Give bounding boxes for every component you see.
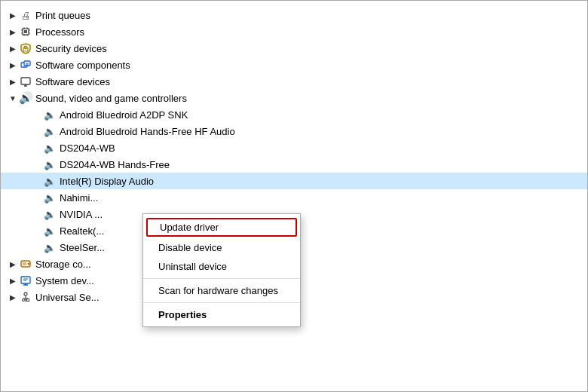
svg-rect-1	[24, 30, 27, 33]
label-nvidia: NVIDIA ...	[60, 209, 103, 220]
label-ds204a-wb: DS204A-WB	[60, 142, 115, 154]
audio-icon-ds204a-hf: 🔈	[43, 158, 57, 171]
svg-rect-16	[21, 78, 30, 84]
chevron-security-devices: ▶	[7, 44, 19, 53]
label-universal-serial: Universal Se...	[35, 292, 100, 303]
tree-item-ds204a-wb[interactable]: 🔈 DS204A-WB	[1, 139, 587, 156]
tree-item-intel-display-audio[interactable]: 🔈 Intel(R) Display Audio	[1, 173, 587, 189]
svg-point-31	[23, 299, 25, 302]
svg-point-20	[28, 263, 30, 265]
tree-item-software-devices[interactable]: ▶ Software devices	[1, 73, 587, 90]
label-android-hf: Android Bluedroid Hands-Free HF Audio	[60, 126, 235, 137]
context-menu-separator-1	[143, 278, 300, 279]
audio-icon-a2dp: 🔈	[43, 108, 57, 121]
label-security-devices: Security devices	[35, 43, 107, 54]
context-menu-scan-hardware[interactable]: Scan for hardware changes	[143, 281, 300, 300]
context-menu-disable-device[interactable]: Disable device	[143, 238, 300, 257]
tree-item-sound-video[interactable]: ▼ 🔊 Sound, video and game controllers	[1, 90, 587, 106]
tree-item-print-queues[interactable]: ▶ 🖨 Print queues	[1, 7, 587, 23]
label-nahimic: Nahimi...	[60, 192, 98, 204]
chevron-processors: ▶	[7, 28, 19, 36]
label-realtek: Realtek(...	[60, 225, 104, 237]
context-menu-properties[interactable]: Properties	[143, 305, 300, 324]
tree-item-security-devices[interactable]: ▶ Security devices	[1, 40, 587, 57]
chevron-universal-serial: ▶	[7, 293, 19, 302]
tree-item-nahimic[interactable]: 🔈 Nahimi...	[1, 189, 587, 206]
label-processors: Processors	[35, 26, 84, 38]
sound-icon: 🔊	[19, 91, 32, 105]
system-icon	[19, 274, 32, 287]
audio-icon-ds204a: 🔈	[43, 141, 57, 155]
audio-icon-steelseries: 🔈	[43, 240, 57, 254]
label-android-a2dp: Android Bluedroid A2DP SNK	[60, 109, 188, 121]
tree-item-ds204a-wb-hf[interactable]: 🔈 DS204A-WB Hands-Free	[1, 156, 587, 173]
tree-item-android-hf[interactable]: 🔈 Android Bluedroid Hands-Free HF Audio	[1, 123, 587, 139]
label-intel-display-audio: Intel(R) Display Audio	[60, 176, 154, 187]
universal-icon	[19, 290, 32, 304]
printer-icon: 🖨	[19, 8, 32, 22]
audio-icon-intel: 🔈	[43, 174, 57, 188]
tree-item-processors[interactable]: ▶ Processors	[1, 23, 587, 40]
context-menu-uninstall-device[interactable]: Uninstall device	[143, 257, 300, 276]
label-software-devices: Software devices	[35, 76, 110, 87]
security-icon	[19, 41, 32, 55]
label-storage-controllers: Storage co...	[35, 259, 91, 270]
audio-icon-nvidia: 🔈	[43, 207, 57, 221]
tree-item-software-components[interactable]: ▶ Software components	[1, 57, 587, 73]
audio-icon-hf: 🔈	[43, 124, 57, 138]
label-ds204a-wb-hf: DS204A-WB Hands-Free	[60, 159, 170, 170]
context-menu-update-driver[interactable]: Update driver	[146, 218, 297, 237]
svg-point-28	[24, 292, 27, 296]
chevron-software-devices: ▶	[7, 78, 19, 86]
label-steelseries: SteelSer...	[60, 242, 105, 253]
chevron-system-devices: ▶	[7, 277, 19, 285]
audio-icon-realtek: 🔈	[43, 224, 57, 237]
label-software-components: Software components	[35, 60, 130, 71]
storage-icon	[19, 257, 32, 271]
context-menu: Update driver Disable device Uninstall d…	[142, 213, 301, 327]
label-sound-video: Sound, video and game controllers	[35, 93, 187, 104]
chevron-software-components: ▶	[7, 61, 19, 69]
cpu-icon	[19, 25, 32, 38]
software-devices-icon	[19, 75, 32, 88]
label-system-devices: System dev...	[35, 275, 94, 286]
software-components-icon	[19, 58, 32, 72]
device-manager-window: ▶ 🖨 Print queues ▶	[0, 0, 588, 392]
chevron-print-queues: ▶	[7, 11, 19, 20]
svg-rect-32	[27, 299, 29, 302]
chevron-storage-controllers: ▶	[7, 260, 19, 268]
chevron-sound-video: ▼	[7, 94, 19, 103]
label-print-queues: Print queues	[35, 10, 90, 21]
context-menu-separator-2	[143, 302, 300, 303]
tree-item-android-a2dp[interactable]: 🔈 Android Bluedroid A2DP SNK	[1, 106, 587, 123]
audio-icon-nahimic: 🔈	[43, 191, 57, 204]
